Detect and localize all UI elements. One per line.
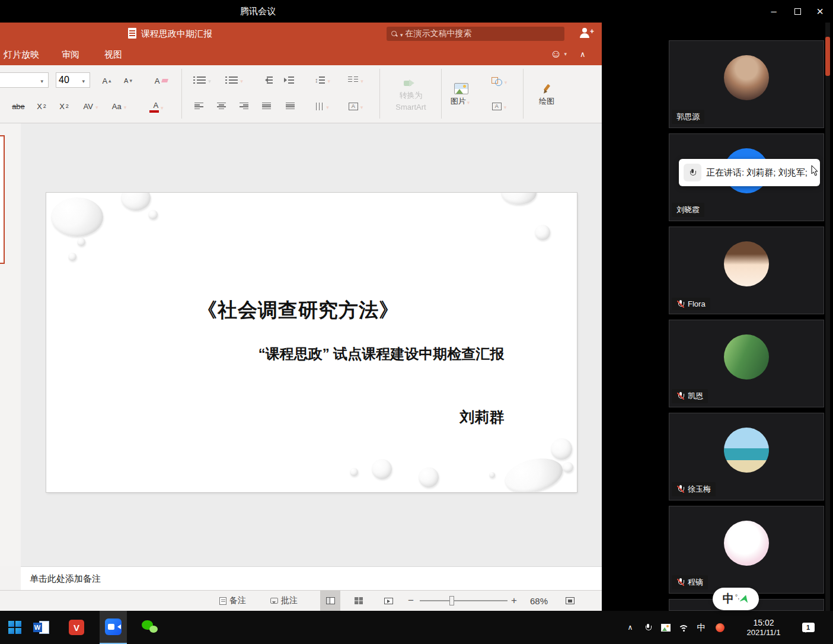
- font-size-combobox[interactable]: 40: [56, 72, 90, 88]
- start-button[interactable]: [1, 611, 28, 644]
- bullets-dropdown-icon[interactable]: [207, 76, 213, 85]
- tab-slideshow[interactable]: 灯片放映: [4, 49, 39, 60]
- sidebar-scrollbar[interactable]: [825, 23, 830, 611]
- bubble-decoration: [148, 210, 158, 219]
- shapes-button[interactable]: [485, 74, 516, 89]
- tray-input-indicator[interactable]: 中: [694, 611, 709, 644]
- ime-indicator[interactable]: 中 °,: [713, 588, 759, 610]
- text-direction-dropdown-icon[interactable]: [325, 102, 331, 111]
- font-name-combobox[interactable]: [0, 72, 49, 88]
- taskbar-meeting-icon[interactable]: [100, 611, 127, 644]
- close-button[interactable]: [810, 3, 830, 20]
- grow-font-button[interactable]: A▴: [97, 74, 116, 88]
- line-spacing-button[interactable]: ↕: [309, 72, 338, 88]
- align-right-icon: [240, 103, 248, 110]
- fit-to-window-button[interactable]: [563, 591, 577, 611]
- participant-tile[interactable]: Flora: [669, 227, 824, 314]
- feedback-smiley-icon[interactable]: [550, 47, 567, 60]
- participant-avatar: [724, 241, 769, 286]
- slideshow-view-button[interactable]: [378, 591, 398, 611]
- change-case-dropdown-icon[interactable]: [123, 102, 129, 111]
- participant-tile[interactable]: 凯恩: [669, 320, 824, 407]
- strikethrough-button[interactable]: abe: [7, 98, 30, 114]
- distribute-button[interactable]: [280, 98, 300, 114]
- distribute-icon: [286, 103, 295, 110]
- align-center-button[interactable]: [212, 98, 230, 114]
- decrease-indent-button[interactable]: [258, 72, 276, 88]
- increase-indent-button[interactable]: [280, 72, 298, 88]
- maximize-button[interactable]: [787, 3, 808, 20]
- normal-view-button[interactable]: [320, 591, 340, 611]
- search-dropdown-icon[interactable]: [399, 28, 406, 39]
- numbering-dropdown-icon[interactable]: [239, 76, 245, 85]
- text-direction-button[interactable]: [309, 98, 338, 114]
- tray-expand-icon[interactable]: [623, 611, 638, 644]
- shapes-dropdown-icon[interactable]: [503, 77, 510, 86]
- taskbar-v-app-icon[interactable]: V: [63, 611, 90, 644]
- search-box[interactable]: 在演示文稿中搜索: [387, 27, 564, 41]
- font-color-button[interactable]: A: [146, 98, 173, 115]
- superscript-button[interactable]: X2: [32, 98, 51, 114]
- slide-sorter-view-button[interactable]: [349, 591, 369, 611]
- draw-button[interactable]: 绘图: [529, 71, 564, 119]
- clear-formatting-button[interactable]: A: [149, 72, 173, 89]
- line-spacing-dropdown-icon[interactable]: [326, 76, 333, 85]
- tab-review[interactable]: 审阅: [62, 49, 79, 60]
- taskbar-wechat-icon[interactable]: [136, 611, 164, 644]
- font-color-dropdown-icon[interactable]: [159, 103, 166, 111]
- text-box-button[interactable]: [485, 98, 516, 114]
- tray-app-dot-icon[interactable]: [711, 611, 728, 644]
- zoom-in-button[interactable]: +: [509, 591, 519, 611]
- columns-button[interactable]: [343, 72, 371, 88]
- font-size-dropdown-icon[interactable]: [81, 75, 87, 85]
- insert-picture-button[interactable]: 图片: [445, 71, 478, 119]
- participant-avatar: [724, 55, 769, 100]
- taskbar-word-icon[interactable]: W: [27, 611, 55, 644]
- convert-to-smartart-button[interactable]: 转换为 SmartArt: [384, 71, 438, 119]
- align-left-button[interactable]: [190, 98, 208, 114]
- slide-subtitle-text[interactable]: “课程思政” 试点课程建设中期检查汇报: [186, 345, 577, 364]
- comments-toggle-button[interactable]: 批注: [268, 591, 300, 611]
- tab-view[interactable]: 视图: [104, 49, 122, 60]
- subscript-button[interactable]: X2: [55, 98, 74, 114]
- zoom-out-button[interactable]: −: [406, 591, 416, 611]
- align-text-dropdown-icon[interactable]: [359, 102, 366, 111]
- notes-icon: [219, 597, 226, 605]
- participant-tile[interactable]: 徐玉梅: [669, 413, 824, 500]
- participant-tile[interactable]: 程镝: [669, 506, 824, 594]
- participant-tile[interactable]: 郭思源: [669, 40, 824, 128]
- tray-network-icon[interactable]: [676, 611, 691, 644]
- minimize-button[interactable]: [764, 3, 784, 20]
- justify-button[interactable]: [257, 98, 275, 114]
- character-spacing-button[interactable]: AV: [78, 98, 106, 114]
- notification-center-button[interactable]: 1: [798, 611, 818, 644]
- character-spacing-dropdown-icon[interactable]: [94, 102, 101, 111]
- taskbar-clock[interactable]: 15:02 2021/11/1: [735, 611, 792, 644]
- align-right-button[interactable]: [235, 98, 253, 114]
- shrink-font-button[interactable]: A▾: [119, 74, 138, 88]
- tray-mic-icon[interactable]: [640, 611, 656, 644]
- zoom-slider[interactable]: [420, 600, 508, 601]
- slide-title-text[interactable]: 《社会调查研究方法》: [82, 297, 515, 324]
- picture-dropdown-icon[interactable]: [466, 97, 473, 106]
- text-box-dropdown-icon[interactable]: [503, 102, 509, 111]
- zoom-slider-thumb[interactable]: [449, 596, 454, 605]
- zoom-level[interactable]: 68%: [528, 591, 550, 611]
- numbering-button[interactable]: [222, 72, 249, 88]
- change-case-button[interactable]: Aa: [108, 98, 133, 114]
- tray-photo-icon[interactable]: [658, 611, 674, 644]
- ribbon-separator: [379, 69, 380, 119]
- slide-author-text[interactable]: 刘莉群: [432, 407, 532, 427]
- font-name-dropdown-icon[interactable]: [39, 75, 46, 85]
- document-icon: [128, 28, 136, 39]
- bullets-button[interactable]: [190, 72, 217, 88]
- slide[interactable]: 《社会调查研究方法》 “课程思政” 试点课程建设中期检查汇报 刘莉群: [46, 193, 577, 492]
- selected-slide-thumbnail[interactable]: [0, 135, 5, 264]
- notes-pane[interactable]: 单击此处添加备注: [21, 566, 602, 590]
- notes-toggle-button[interactable]: 备注: [217, 591, 248, 611]
- scrollbar-thumb[interactable]: [825, 37, 830, 76]
- collapse-ribbon-icon[interactable]: [580, 50, 586, 59]
- share-to-people-icon[interactable]: +: [579, 27, 593, 39]
- columns-dropdown-icon[interactable]: [359, 76, 366, 85]
- align-text-button[interactable]: [343, 98, 371, 114]
